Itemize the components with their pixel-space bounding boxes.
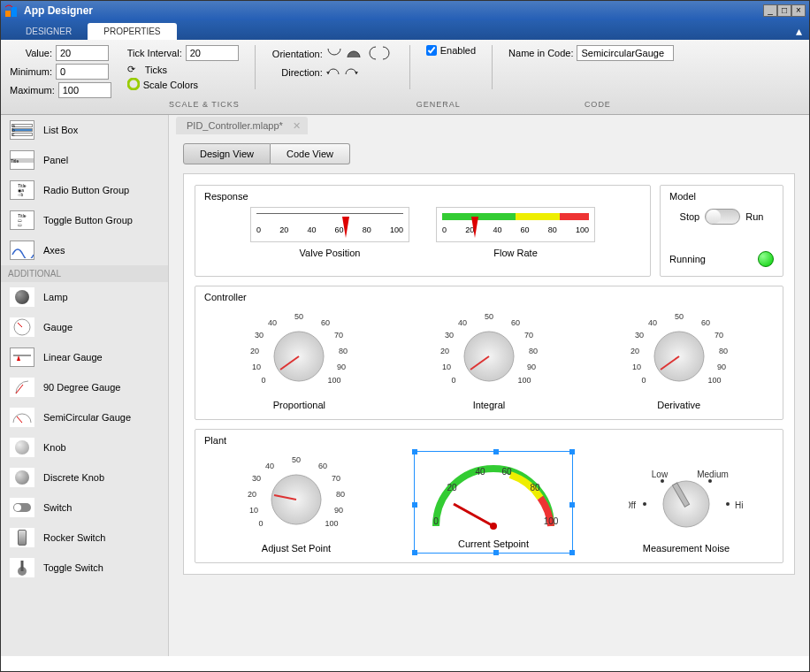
- design-canvas[interactable]: Response 020406080100 Valve Position: [183, 173, 795, 575]
- title-bar: App Designer _ □ ×: [1, 1, 809, 20]
- measurement-noise-knob[interactable]: Off Low Medium High Measurement Noise: [624, 460, 748, 554]
- svg-text:30: 30: [635, 331, 644, 340]
- run-label: Run: [745, 211, 763, 222]
- tab-properties[interactable]: PROPERTIES: [88, 23, 176, 40]
- scale-colors-icon[interactable]: [127, 78, 140, 92]
- svg-text:70: 70: [334, 331, 343, 340]
- current-setpoint-gauge[interactable]: 020406080100 Current Setpoint: [414, 451, 573, 554]
- palette-radio-group[interactable]: Title◉a○bRadio Button Group: [1, 175, 168, 205]
- ticks-icon[interactable]: ⟳: [127, 64, 141, 75]
- palette-rocker-switch[interactable]: Rocker Switch: [1, 523, 168, 553]
- svg-text:60: 60: [701, 318, 710, 327]
- code-view-tab[interactable]: Code View: [271, 143, 350, 164]
- controller-group[interactable]: Controller 0102030405060708090100 Propor…: [195, 286, 783, 420]
- name-in-code-input[interactable]: [577, 45, 674, 61]
- palette-semi-gauge[interactable]: SemiCircular Gauge: [1, 402, 168, 432]
- svg-text:70: 70: [524, 331, 533, 340]
- tick-interval-input[interactable]: [186, 45, 239, 61]
- svg-text:20: 20: [248, 490, 256, 499]
- min-input[interactable]: [56, 64, 109, 80]
- svg-text:30: 30: [445, 331, 454, 340]
- plant-group[interactable]: Plant 0102030405060708090100 Adjust Set …: [195, 429, 783, 563]
- palette-discrete-knob[interactable]: Discrete Knob: [1, 462, 168, 493]
- svg-text:50: 50: [294, 312, 303, 321]
- tab-designer[interactable]: DESIGNER: [10, 23, 88, 40]
- svg-text:0: 0: [258, 519, 263, 528]
- svg-text:30: 30: [252, 474, 261, 483]
- component-palette: abcList Box TitlePanel Title◉a○bRadio Bu…: [1, 115, 169, 656]
- model-group[interactable]: Model Stop Run Running: [660, 185, 783, 277]
- minimize-button[interactable]: _: [763, 4, 777, 17]
- svg-text:0: 0: [451, 376, 455, 385]
- svg-text:High: High: [735, 500, 744, 510]
- svg-text:40: 40: [458, 318, 467, 327]
- derivative-knob[interactable]: 0102030405060708090100 Derivative: [613, 308, 745, 410]
- ribbon-tab-bar: DESIGNER PROPERTIES ▴: [1, 20, 809, 40]
- svg-text:70: 70: [714, 331, 723, 340]
- palette-listbox[interactable]: abcList Box: [1, 115, 168, 145]
- close-button[interactable]: ×: [791, 4, 806, 17]
- section-code: CODE: [585, 100, 611, 109]
- svg-text:10: 10: [632, 363, 641, 371]
- svg-text:50: 50: [485, 312, 493, 321]
- svg-text:100: 100: [328, 376, 341, 385]
- palette-gauge[interactable]: Gauge: [1, 312, 168, 342]
- svg-line-7: [17, 416, 22, 423]
- stop-label: Stop: [680, 211, 700, 222]
- file-tab[interactable]: PID_Controller.mlapp*✕: [176, 117, 308, 134]
- palette-section-additional: ADDITIONAL: [1, 265, 168, 282]
- palette-toggle-switch[interactable]: Toggle Switch: [1, 553, 168, 583]
- palette-knob[interactable]: Knob: [1, 432, 168, 462]
- maximize-button[interactable]: □: [777, 4, 791, 17]
- integral-knob[interactable]: 0102030405060708090100 Integral: [423, 308, 555, 410]
- file-tab-close-icon[interactable]: ✕: [293, 120, 301, 132]
- direction-cw-icon[interactable]: [344, 65, 358, 80]
- svg-text:80: 80: [719, 347, 728, 355]
- value-input[interactable]: [56, 45, 109, 61]
- palette-90-gauge[interactable]: 90 Degree Gauge: [1, 372, 168, 402]
- palette-switch[interactable]: Switch: [1, 493, 168, 523]
- palette-linear-gauge[interactable]: Linear Gauge: [1, 342, 168, 372]
- orient-down-icon[interactable]: [326, 47, 342, 61]
- svg-text:Off: Off: [629, 500, 636, 510]
- app-logo-icon: [4, 4, 19, 18]
- orient-right-icon[interactable]: [381, 45, 394, 63]
- adjust-setpoint-knob[interactable]: 0102030405060708090100 Adjust Set Point: [230, 451, 363, 554]
- svg-text:80: 80: [336, 490, 345, 499]
- svg-text:30: 30: [255, 331, 264, 340]
- svg-text:90: 90: [527, 363, 536, 371]
- valve-position-gauge[interactable]: 020406080100 Valve Position: [250, 207, 409, 258]
- orient-left-icon[interactable]: [365, 45, 378, 63]
- svg-text:60: 60: [318, 462, 327, 470]
- proportional-knob[interactable]: 0102030405060708090100 Proportional: [233, 308, 365, 410]
- palette-toggle-group[interactable]: Title▭▭Toggle Button Group: [1, 205, 168, 235]
- svg-rect-0: [5, 11, 11, 17]
- svg-text:0: 0: [641, 376, 646, 385]
- model-switch[interactable]: [705, 209, 740, 225]
- palette-lamp[interactable]: Lamp: [1, 282, 168, 312]
- design-view-tab[interactable]: Design View: [183, 143, 271, 164]
- max-input[interactable]: [58, 82, 111, 98]
- svg-text:0: 0: [433, 516, 439, 526]
- svg-text:90: 90: [717, 363, 726, 371]
- svg-text:0: 0: [262, 376, 266, 385]
- window-title: App Designer: [24, 4, 763, 17]
- svg-text:20: 20: [630, 347, 639, 355]
- svg-text:Medium: Medium: [697, 470, 729, 479]
- direction-ccw-icon[interactable]: [326, 65, 340, 80]
- response-group[interactable]: Response 020406080100 Valve Position: [195, 185, 651, 277]
- flow-rate-gauge[interactable]: 020406080100 Flow Rate: [436, 207, 595, 258]
- svg-point-74: [643, 502, 646, 506]
- orient-up-icon[interactable]: [346, 47, 362, 61]
- ribbon-panel: Value: Minimum: Maximum: Tick Interval: …: [1, 40, 809, 115]
- palette-axes[interactable]: Axes: [1, 235, 168, 265]
- ribbon-collapse-icon[interactable]: ▴: [796, 24, 802, 38]
- palette-panel[interactable]: TitlePanel: [1, 145, 168, 175]
- enabled-checkbox[interactable]: [426, 45, 437, 56]
- svg-text:90: 90: [337, 363, 346, 371]
- svg-point-2: [128, 79, 139, 89]
- svg-point-77: [726, 502, 730, 506]
- svg-text:70: 70: [332, 474, 340, 483]
- tick-interval-label: Tick Interval:: [127, 48, 182, 58]
- svg-text:20: 20: [250, 347, 259, 355]
